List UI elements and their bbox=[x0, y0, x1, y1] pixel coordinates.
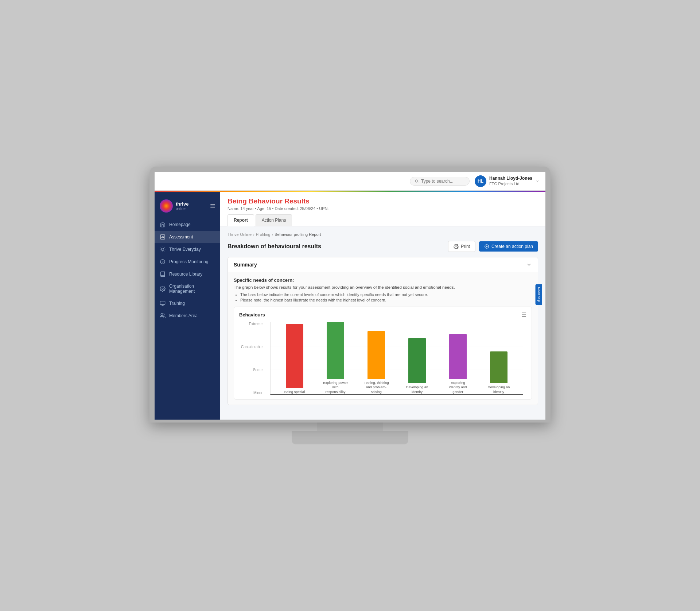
chart-area: Being specialExploring power with respon… bbox=[270, 322, 523, 395]
chart-title: Behaviours bbox=[239, 312, 265, 318]
bar-label-1: Exploring power with responsibility bbox=[323, 381, 348, 394]
breadcrumb-thrive-online[interactable]: Thrive-Online bbox=[228, 232, 252, 237]
create-action-plan-label: Create an action plan bbox=[491, 244, 533, 249]
breadcrumb-current: Behaviour profiling Report bbox=[275, 232, 321, 237]
summary-title: Summary bbox=[234, 262, 257, 268]
chart-icon bbox=[160, 234, 166, 240]
bar-group: Exploring identity and gender bbox=[438, 322, 478, 394]
bar-group: Feeling, thinking and problem-solving bbox=[356, 322, 397, 394]
summary-body: Specific needs of concern: The graph bel… bbox=[228, 272, 538, 405]
tabs: Report Action Plans bbox=[228, 214, 538, 226]
action-buttons: Print Create an action plan bbox=[448, 241, 538, 252]
section-title-row: Breakdown of behavioural results Print C… bbox=[228, 241, 538, 252]
sidebar-item-homepage[interactable]: Homepage bbox=[155, 218, 220, 231]
y-label-minor: Minor bbox=[239, 391, 265, 395]
bullet-list: The bars below indicate the current leve… bbox=[240, 292, 532, 302]
monitor-icon bbox=[160, 300, 166, 306]
bar-3 bbox=[408, 338, 426, 384]
sidebar-item-thrive-everyday[interactable]: Thrive Everyday bbox=[155, 243, 220, 256]
y-label-some: Some bbox=[239, 368, 265, 372]
section-heading: Breakdown of behavioural results bbox=[228, 243, 321, 250]
svg-line-10 bbox=[161, 251, 161, 251]
create-action-plan-button[interactable]: Create an action plan bbox=[479, 241, 538, 252]
svg-line-6 bbox=[161, 248, 161, 248]
svg-line-1 bbox=[417, 182, 419, 183]
svg-line-7 bbox=[164, 251, 164, 251]
sidebar-label-members-area: Members Area bbox=[169, 313, 198, 318]
breadcrumb-sep1: › bbox=[253, 232, 254, 237]
breadcrumb-sep2: › bbox=[272, 232, 273, 237]
monitor-screen: HL Hannah Lloyd-Jones FTC Projects Ltd bbox=[149, 167, 551, 423]
sidebar-label-organisation-management: Organisation Management bbox=[169, 284, 215, 294]
bar-label-2: Feeling, thinking and problem-solving bbox=[363, 381, 389, 394]
sidebar-label-homepage: Homepage bbox=[169, 222, 191, 227]
chart-y-labels: Extreme Considerable Some Minor bbox=[239, 322, 265, 395]
circle-check-icon bbox=[160, 259, 166, 265]
chart-menu-icon[interactable]: ☰ bbox=[521, 311, 526, 318]
bullet-1: The bars below indicate the current leve… bbox=[240, 292, 532, 297]
bar-group: Being special bbox=[274, 322, 315, 394]
settings-icon bbox=[160, 286, 166, 292]
chart-container: Extreme Considerable Some Minor bbox=[239, 322, 526, 395]
sidebar-item-members-area[interactable]: Members Area bbox=[155, 310, 220, 322]
sidebar-logo: thrive online ☰ bbox=[155, 196, 220, 218]
sidebar-item-progress-monitoring[interactable]: Progress Monitoring bbox=[155, 256, 220, 268]
app-container: HL Hannah Lloyd-Jones FTC Projects Ltd bbox=[155, 172, 545, 420]
page-title: Being Behaviour Results bbox=[228, 197, 538, 205]
sidebar-item-assessment[interactable]: Assessment bbox=[155, 231, 220, 243]
bar-5 bbox=[490, 351, 508, 383]
sidebar-item-resource-library[interactable]: Resource Library bbox=[155, 268, 220, 280]
sun-icon bbox=[160, 246, 166, 252]
monitor-stand-top bbox=[317, 423, 383, 431]
sidebar-label-training: Training bbox=[169, 301, 185, 306]
sidebar-item-organisation-management[interactable]: Organisation Management bbox=[155, 280, 220, 297]
bar-2 bbox=[368, 331, 385, 379]
svg-line-11 bbox=[164, 248, 164, 248]
breadcrumb: Thrive-Online › Profiling › Behaviour pr… bbox=[228, 232, 538, 237]
home-icon bbox=[160, 222, 166, 227]
bar-label-5: Developing an identity bbox=[486, 385, 512, 394]
avatar: HL bbox=[475, 175, 486, 187]
content-right-wrapper: Being Behaviour Results Name: 14 year • … bbox=[220, 192, 545, 420]
user-badge[interactable]: HL Hannah Lloyd-Jones FTC Projects Ltd bbox=[475, 175, 540, 187]
logo-icon bbox=[160, 199, 173, 213]
bar-label-0: Being special bbox=[284, 390, 305, 394]
users-icon bbox=[160, 313, 166, 319]
chart-header: Behaviours ☰ bbox=[239, 311, 526, 318]
bars-row: Being specialExploring power with respon… bbox=[271, 322, 523, 394]
svg-point-0 bbox=[415, 180, 418, 182]
svg-point-3 bbox=[162, 248, 164, 251]
breadcrumb-profiling[interactable]: Profiling bbox=[256, 232, 271, 237]
menu-toggle-button[interactable]: ☰ bbox=[210, 203, 215, 210]
bullet-2: Please note, the highest bars illustrate… bbox=[240, 298, 532, 302]
search-box[interactable] bbox=[410, 177, 470, 186]
y-label-considerable: Considerable bbox=[239, 345, 265, 349]
svg-rect-14 bbox=[160, 301, 165, 304]
bar-4 bbox=[449, 334, 467, 379]
user-company: FTC Projects Ltd bbox=[489, 181, 532, 186]
print-button[interactable]: Print bbox=[448, 241, 475, 252]
chevron-icon bbox=[526, 262, 532, 268]
bar-label-3: Developing an identity bbox=[404, 385, 430, 394]
sidebar: thrive online ☰ Homepage Assessment bbox=[155, 192, 220, 420]
bar-1 bbox=[327, 322, 344, 379]
y-label-extreme: Extreme bbox=[239, 322, 265, 326]
tab-report[interactable]: Report bbox=[228, 214, 254, 226]
print-label: Print bbox=[461, 244, 470, 249]
needs-title: Specific needs of concern: bbox=[234, 277, 532, 283]
summary-card: Summary Specific needs of concern: The g… bbox=[228, 257, 538, 405]
sidebar-label-assessment: Assessment bbox=[169, 234, 193, 240]
bar-group: Developing an identity bbox=[397, 322, 438, 394]
tab-action-plans[interactable]: Action Plans bbox=[256, 214, 292, 226]
monitor-stand-bottom bbox=[292, 431, 408, 444]
search-input[interactable] bbox=[421, 179, 465, 184]
content-area: Being Behaviour Results Name: 14 year • … bbox=[220, 192, 545, 411]
bar-group: Developing an identity bbox=[478, 322, 519, 394]
need-help-tab[interactable]: Need help bbox=[535, 284, 542, 305]
summary-header[interactable]: Summary bbox=[228, 257, 538, 272]
logo-text: thrive online bbox=[176, 201, 188, 211]
chevron-down-icon bbox=[535, 179, 540, 183]
svg-point-13 bbox=[162, 288, 163, 289]
bar-label-4: Exploring identity and gender bbox=[445, 381, 471, 394]
sidebar-item-training[interactable]: Training bbox=[155, 297, 220, 310]
